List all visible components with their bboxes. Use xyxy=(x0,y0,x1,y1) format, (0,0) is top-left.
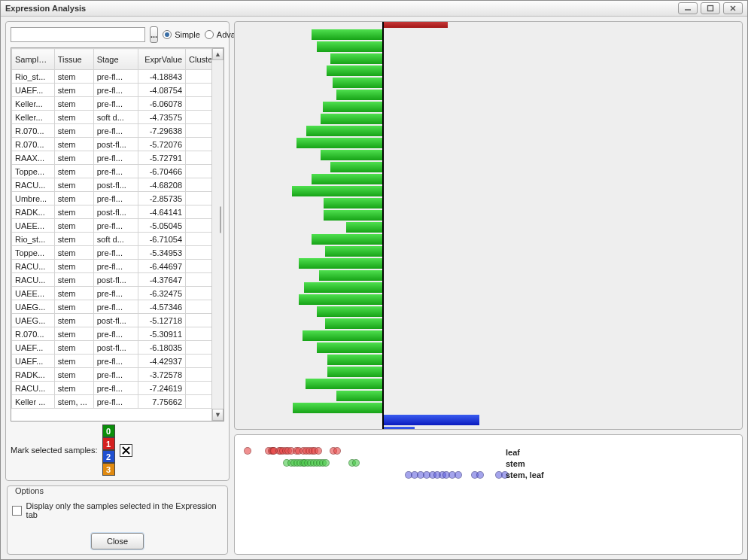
table-row[interactable]: Keller...stemsoft d...-4.73575 xyxy=(12,111,223,124)
bar xyxy=(299,294,382,305)
scroll-up-icon[interactable]: ▲ xyxy=(212,48,223,60)
cell-sample: RAAX... xyxy=(12,151,55,165)
bar xyxy=(317,306,382,317)
mark-button-2[interactable]: 2 xyxy=(102,450,115,463)
bar xyxy=(336,90,382,100)
cell-stage: pre-fl... xyxy=(93,395,138,409)
col-tissue[interactable]: Tissue xyxy=(54,49,93,70)
search-input[interactable] xyxy=(11,27,145,42)
table-row[interactable]: RACU...stempre-fl...-6.44697 xyxy=(12,260,223,273)
table-row[interactable]: UAEF...stempre-fl...-4.08754 xyxy=(12,84,223,97)
radio-simple[interactable]: Simple xyxy=(163,30,200,39)
cell-expr: -7.29638 xyxy=(138,124,185,138)
mark-button-0[interactable]: 0 xyxy=(102,425,115,437)
table-row[interactable]: UAEF...stempre-fl...-4.42937 xyxy=(12,355,223,368)
cell-sample: Keller ... xyxy=(12,395,55,409)
table-row[interactable]: Keller ...stem, ...pre-fl...7.75662 xyxy=(12,395,223,409)
col-sample[interactable]: Sample Name xyxy=(12,49,55,70)
cell-stage: post-fl... xyxy=(93,138,138,151)
mark-clear-button[interactable] xyxy=(120,444,132,457)
scatter-dot xyxy=(455,471,462,479)
cell-stage: post-fl... xyxy=(93,273,138,287)
table-row[interactable]: RADK...stempre-fl...-3.72578 xyxy=(12,368,223,382)
bar xyxy=(317,41,382,52)
cell-stage: pre-fl... xyxy=(93,287,138,300)
scroll-thumb[interactable] xyxy=(220,206,221,233)
bar xyxy=(382,427,415,430)
browse-button[interactable]: ... xyxy=(150,26,158,43)
cell-tissue: stem xyxy=(54,219,93,233)
clear-icon xyxy=(122,446,130,455)
cell-expr: -3.72578 xyxy=(138,368,185,382)
close-button[interactable] xyxy=(723,2,743,14)
table-row[interactable]: R.070...stempre-fl...-7.29638 xyxy=(12,124,223,138)
cell-expr: -5.05045 xyxy=(138,219,185,233)
cell-expr: -4.42937 xyxy=(138,355,185,368)
bar xyxy=(312,174,382,184)
cell-tissue: stem xyxy=(54,327,93,341)
bar xyxy=(336,391,382,401)
cell-sample: RACU... xyxy=(12,273,55,287)
cell-expr: -6.18035 xyxy=(138,341,185,355)
table-row[interactable]: Toppe...stempre-fl...-6.70466 xyxy=(12,165,223,178)
scatter-dot xyxy=(352,459,360,467)
cell-tissue: stem xyxy=(54,124,93,138)
table-row[interactable]: Rio_st...stemsoft d...-6.71054 xyxy=(12,233,223,246)
maximize-button[interactable] xyxy=(701,2,720,14)
bar xyxy=(323,102,382,112)
table-scrollbar[interactable]: ▲ ▼ xyxy=(211,48,223,421)
mark-button-1[interactable]: 1 xyxy=(102,437,115,450)
bar xyxy=(296,138,382,148)
col-expr[interactable]: ExprValue xyxy=(138,49,185,70)
table-row[interactable]: R.070...stempre-fl...-5.30911 xyxy=(12,327,223,341)
table-row[interactable]: RACU...stempre-fl...-7.24619 xyxy=(12,382,223,395)
cell-sample: RACU... xyxy=(12,260,55,273)
table-row[interactable]: RADK...stempost-fl...-4.64141 xyxy=(12,205,223,219)
bar xyxy=(321,114,383,124)
close-button-dialog[interactable]: Close xyxy=(91,533,144,549)
table-row[interactable]: Umbre...stempre-fl...-2.85735 xyxy=(12,192,223,205)
bar xyxy=(330,53,382,64)
table-row[interactable]: Toppe...stempre-fl...-5.34953 xyxy=(12,246,223,260)
table-row[interactable]: RACU...stempost-fl...-4.68208 xyxy=(12,178,223,192)
cell-sample: RACU... xyxy=(12,382,55,395)
bar xyxy=(312,29,382,40)
table-row[interactable]: Rio_st...stempre-fl...-4.18843 xyxy=(12,70,223,84)
cell-tissue: stem xyxy=(54,341,93,355)
col-stage[interactable]: Stage xyxy=(93,49,138,70)
bar-chart-panel xyxy=(234,21,743,430)
cell-stage: pre-fl... xyxy=(93,219,138,233)
bar xyxy=(325,318,382,329)
table-row[interactable]: UAEG...stempost-fl...-5.12718 xyxy=(12,314,223,327)
samples-table[interactable]: Sample Name Tissue Stage ExprValue Clust… xyxy=(11,47,224,422)
table-row[interactable]: UAEG...stempre-fl...-4.57346 xyxy=(12,300,223,314)
cell-sample: UAEF... xyxy=(12,341,55,355)
table-row[interactable]: UAEE...stempre-fl...-6.32475 xyxy=(12,287,223,300)
table-row[interactable]: UAEE...stempre-fl...-5.05045 xyxy=(12,219,223,233)
mark-button-3[interactable]: 3 xyxy=(102,463,115,476)
display-only-checkbox[interactable] xyxy=(12,506,22,516)
legend-stem: stem xyxy=(506,458,544,470)
bar xyxy=(324,198,382,208)
cell-sample: R.070... xyxy=(12,124,55,138)
table-row[interactable]: UAEF...stempost-fl...-6.18035 xyxy=(12,341,223,355)
bar xyxy=(293,403,382,413)
table-row[interactable]: Keller...stempre-fl...-6.06078 xyxy=(12,97,223,111)
table-row[interactable]: RACU...stempost-fl...-4.37647 xyxy=(12,273,223,287)
scroll-down-icon[interactable]: ▼ xyxy=(212,409,223,421)
cell-stage: pre-fl... xyxy=(93,368,138,382)
window-frame: Expression Analysis ... Simple xyxy=(0,0,748,560)
cell-expr: -5.12718 xyxy=(138,314,185,327)
table-row[interactable]: RAAX...stempre-fl...-5.72791 xyxy=(12,151,223,165)
cell-stage: post-fl... xyxy=(93,341,138,355)
cell-sample: R.070... xyxy=(12,327,55,341)
cell-tissue: stem xyxy=(54,287,93,300)
cell-stage: pre-fl... xyxy=(93,300,138,314)
minimize-button[interactable] xyxy=(678,2,698,14)
cell-stage: pre-fl... xyxy=(93,124,138,138)
cell-tissue: stem xyxy=(54,97,93,111)
bar xyxy=(306,379,382,389)
table-row[interactable]: R.070...stempost-fl...-5.72076 xyxy=(12,138,223,151)
titlebar: Expression Analysis xyxy=(1,1,747,17)
cell-expr: -4.18843 xyxy=(138,70,185,84)
